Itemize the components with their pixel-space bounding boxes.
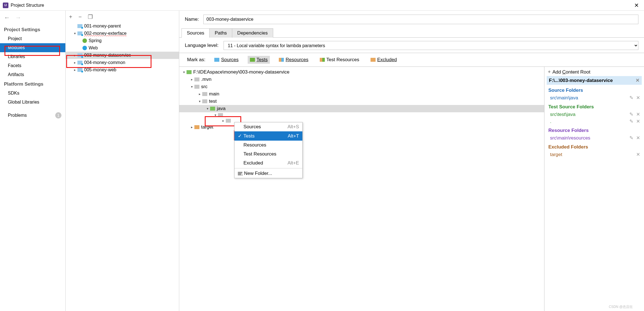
chevron-down-icon[interactable]: ▾	[197, 99, 202, 103]
copy-module-icon[interactable]: ❐	[88, 13, 93, 20]
tests-folder-icon	[250, 58, 255, 62]
web-icon	[82, 46, 87, 50]
module-004[interactable]: ▸ 004-money-common	[66, 59, 179, 66]
module-002[interactable]: ▾ 002-money-exterface	[66, 30, 179, 37]
markas-label: Mark as:	[187, 57, 205, 63]
remove-module-icon[interactable]: −	[79, 14, 82, 20]
module-005[interactable]: ▸ 005-money-web	[66, 66, 179, 74]
module-name-input[interactable]	[203, 15, 638, 24]
ctx-tests[interactable]: ✓TestsAlt+T	[234, 131, 302, 141]
tab-dependencies[interactable]: Dependencies	[232, 28, 273, 38]
module-folder-icon	[77, 61, 82, 65]
ctx-new-folder[interactable]: New Folder...	[234, 169, 302, 178]
tree-root[interactable]: ▾F:\IDEAspace\money\003-money-dataservic…	[179, 68, 544, 76]
test-source-folder-row[interactable]: .✎✕	[547, 118, 642, 125]
folder-icon	[226, 119, 231, 123]
module-002-spring[interactable]: Spring	[66, 37, 179, 44]
nav-back-icon[interactable]: ←	[4, 14, 10, 21]
group-excluded-folders: Excluded Folders	[547, 141, 642, 151]
add-content-root-button[interactable]: +Add Content Root	[547, 68, 642, 76]
source-folder-row[interactable]: src\main\java✎✕	[547, 94, 642, 101]
remove-icon[interactable]: ✕	[636, 152, 640, 157]
sidebar-item-sdks[interactable]: SDKs	[0, 89, 65, 98]
excluded-folder-row[interactable]: target✕	[547, 151, 642, 158]
remove-icon[interactable]: ✕	[636, 95, 640, 101]
test-source-folder-row[interactable]: src\test\java✎✕	[547, 111, 642, 118]
ctx-sources[interactable]: SourcesAlt+S	[234, 122, 302, 131]
add-module-icon[interactable]: +	[69, 14, 72, 20]
resource-folder-row[interactable]: src\main\resources✎✕	[547, 134, 642, 141]
sidebar-item-libraries[interactable]: Libraries	[0, 52, 65, 61]
chevron-down-icon[interactable]: ▾	[181, 70, 187, 74]
language-level-select[interactable]: 11 - Local variable syntax for lambda pa…	[224, 41, 638, 50]
chevron-down-icon[interactable]: ▾	[72, 31, 77, 35]
ctx-test-resources[interactable]: Test Resources	[234, 150, 302, 159]
edit-icon[interactable]: ✎	[629, 95, 633, 101]
chevron-down-icon[interactable]: ▾	[189, 85, 194, 89]
tree-src[interactable]: ▾src	[179, 83, 544, 90]
sidebar-item-modules[interactable]: Modules	[0, 43, 65, 52]
sidebar-item-project[interactable]: Project	[0, 34, 65, 43]
chevron-right-icon[interactable]: ▸	[72, 61, 77, 65]
chevron-down-icon[interactable]: ▾	[213, 113, 218, 117]
tab-sources[interactable]: Sources	[181, 28, 210, 38]
ctx-excluded[interactable]: ExcludedAlt+E	[234, 159, 302, 168]
group-resource-folders: Resource Folders	[547, 125, 642, 134]
sidebar-item-global-libraries[interactable]: Global Libraries	[0, 98, 65, 107]
chevron-right-icon[interactable]: ▸	[72, 68, 77, 72]
module-folder-icon	[77, 53, 82, 57]
chevron-right-icon[interactable]: ▸	[189, 77, 194, 81]
markas-excluded-button[interactable]: Excluded	[368, 56, 399, 64]
excluded-folder-icon	[371, 58, 376, 62]
chevron-right-icon[interactable]: ▸	[197, 92, 202, 96]
spring-icon	[82, 38, 87, 43]
source-folder-tree: ▾F:\IDEAspace\money\003-money-dataservic…	[179, 67, 544, 311]
tree-main[interactable]: ▸main	[179, 90, 544, 98]
module-tree-panel: + − ❐ 001-money-parent ▾ 002-money-exter…	[66, 11, 179, 311]
folder-icon	[202, 92, 207, 96]
tab-paths[interactable]: Paths	[209, 28, 232, 38]
module-folder-icon	[77, 68, 82, 72]
check-icon: ✓	[238, 133, 243, 139]
edit-icon[interactable]: ✎	[629, 135, 633, 141]
edit-icon[interactable]: ✎	[629, 111, 633, 117]
remove-icon[interactable]: ✕	[636, 118, 640, 124]
markas-resources-button[interactable]: Resources	[277, 56, 311, 64]
folder-icon	[218, 113, 223, 117]
tree-sub1[interactable]: ▾	[179, 112, 544, 118]
mark-as-context-menu: SourcesAlt+S ✓TestsAlt+T Resources Test …	[234, 122, 303, 178]
separator	[234, 168, 302, 168]
markas-tests-button[interactable]: Tests	[248, 56, 270, 64]
remove-root-icon[interactable]: ✕	[636, 77, 640, 83]
tree-mvn[interactable]: ▸.mvn	[179, 76, 544, 83]
module-001[interactable]: 001-money-parent	[66, 22, 179, 30]
language-level-label: Language level:	[185, 43, 219, 48]
content-root-path[interactable]: F:\...\003-money-dataservice✕	[547, 76, 642, 85]
tree-test-java[interactable]: ▾java	[179, 105, 544, 112]
edit-icon[interactable]: ✎	[629, 118, 633, 124]
markas-sources-button[interactable]: Sources	[212, 56, 241, 64]
nav-forward-icon[interactable]: →	[15, 14, 21, 21]
chevron-right-icon[interactable]: ▸	[189, 125, 194, 129]
remove-icon[interactable]: ✕	[636, 135, 640, 141]
module-folder-icon	[77, 31, 82, 35]
settings-sidebar: ← → Project Settings Project Modules Lib…	[0, 11, 66, 311]
markas-test-resources-button[interactable]: Test Resources	[318, 56, 362, 64]
title-bar: Project Structure ✕	[0, 0, 644, 11]
window-title: Project Structure	[11, 3, 44, 8]
tree-test[interactable]: ▾test	[179, 98, 544, 105]
close-icon[interactable]: ✕	[632, 2, 641, 9]
folder-icon	[194, 125, 199, 129]
chevron-down-icon[interactable]: ▾	[205, 107, 210, 111]
section-project-settings: Project Settings	[0, 25, 65, 34]
module-002-web[interactable]: Web	[66, 44, 179, 52]
chevron-right-icon[interactable]: ▸	[72, 53, 77, 57]
sidebar-item-problems[interactable]: Problems 1	[0, 107, 65, 120]
sidebar-item-artifacts[interactable]: Artifacts	[0, 70, 65, 79]
module-003[interactable]: ▸ 003-money-dataservice	[66, 52, 179, 59]
chevron-right-icon[interactable]: ▸	[221, 119, 226, 123]
remove-icon[interactable]: ✕	[636, 111, 640, 117]
watermark: CSDN @忠且狂	[609, 305, 633, 309]
sidebar-item-facets[interactable]: Facets	[0, 61, 65, 70]
ctx-resources[interactable]: Resources	[234, 141, 302, 150]
